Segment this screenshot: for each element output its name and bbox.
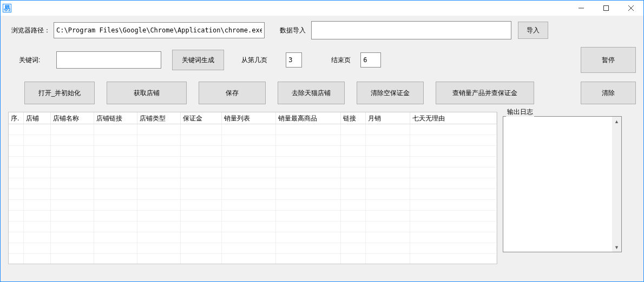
pause-button[interactable]: 暂停 (581, 47, 636, 73)
from-page-label: 从第几页 (241, 56, 267, 65)
table-row[interactable] (9, 254, 497, 264)
log-group: 输出日志 ▲ ▼ (503, 112, 623, 264)
table-row[interactable] (9, 146, 497, 157)
keyword-input[interactable] (56, 51, 161, 69)
grid-column-header[interactable]: 店铺名称 (51, 112, 94, 124)
gen-keyword-button[interactable]: 关键词生成 (172, 50, 224, 70)
grid-column-header[interactable]: 月销 (366, 112, 410, 124)
scroll-up-icon[interactable]: ▲ (612, 117, 621, 126)
table-row[interactable] (9, 221, 497, 232)
scroll-down-icon[interactable]: ▼ (612, 243, 621, 252)
end-page-label: 结束页 (331, 56, 351, 65)
main-window: 易 浏览器路径： 数据导入 导入 关键词: 关键词生成 (0, 0, 644, 282)
svg-rect-1 (604, 6, 609, 11)
table-row[interactable] (9, 124, 497, 135)
table-row[interactable] (9, 167, 497, 178)
data-grid[interactable]: 序.店铺店铺名称店铺链接店铺类型保证金销量列表销量最高商品链接月销七天无理由 (8, 112, 497, 264)
minimize-button[interactable] (569, 1, 594, 16)
browser-path-input[interactable] (54, 22, 265, 38)
grid-column-header[interactable]: 销量最高商品 (276, 112, 341, 124)
table-row[interactable] (9, 178, 497, 189)
grid-column-header[interactable]: 链接 (341, 112, 366, 124)
grid-column-header[interactable]: 销量列表 (222, 112, 276, 124)
keyword-label: 关键词: (19, 56, 40, 65)
grid-column-header[interactable]: 序. (9, 112, 24, 124)
log-scrollbar[interactable]: ▲ ▼ (612, 117, 621, 252)
browser-path-label: 浏览器路径： (11, 26, 50, 35)
close-button[interactable] (619, 1, 643, 16)
clear-button[interactable]: 清除 (581, 82, 636, 104)
grid-column-header[interactable]: 店铺链接 (94, 112, 137, 124)
grid-header: 序.店铺店铺名称店铺链接店铺类型保证金销量列表销量最高商品链接月销七天无理由 (9, 112, 497, 124)
query-sales-deposit-button[interactable]: 查销量产品并查保证金 (436, 82, 534, 104)
grid-column-header[interactable]: 保证金 (181, 112, 222, 124)
table-row[interactable] (9, 200, 497, 211)
log-label: 输出日志 (506, 108, 534, 117)
data-import-input[interactable] (311, 21, 511, 39)
from-page-input[interactable] (286, 52, 302, 68)
maximize-button[interactable] (594, 1, 619, 16)
app-icon: 易 (3, 4, 11, 12)
grid-body (9, 124, 497, 264)
titlebar: 易 (1, 1, 643, 16)
grid-column-header[interactable]: 七天无理由 (410, 112, 497, 124)
get-shops-button[interactable]: 获取店铺 (107, 82, 187, 104)
clear-empty-deposit-button[interactable]: 清除空保证金 (357, 82, 424, 104)
table-row[interactable] (9, 189, 497, 200)
table-row[interactable] (9, 243, 497, 254)
end-page-input[interactable] (360, 52, 381, 68)
table-row[interactable] (9, 232, 497, 243)
log-textarea[interactable]: ▲ ▼ (503, 116, 622, 252)
save-button[interactable]: 保存 (199, 82, 266, 104)
grid-column-header[interactable]: 店铺 (24, 112, 51, 124)
table-row[interactable] (9, 157, 497, 167)
table-row[interactable] (9, 211, 497, 221)
grid-column-header[interactable]: 店铺类型 (137, 112, 181, 124)
remove-tmall-button[interactable]: 去除天猫店铺 (278, 82, 345, 104)
import-button[interactable]: 导入 (518, 22, 548, 39)
data-import-label: 数据导入 (280, 26, 306, 35)
table-row[interactable] (9, 135, 497, 146)
open-init-button[interactable]: 打开_并初始化 (24, 82, 95, 104)
window-controls (569, 1, 643, 16)
client-area: 浏览器路径： 数据导入 导入 关键词: 关键词生成 从第几页 结束页 暂停 打开… (1, 16, 643, 281)
